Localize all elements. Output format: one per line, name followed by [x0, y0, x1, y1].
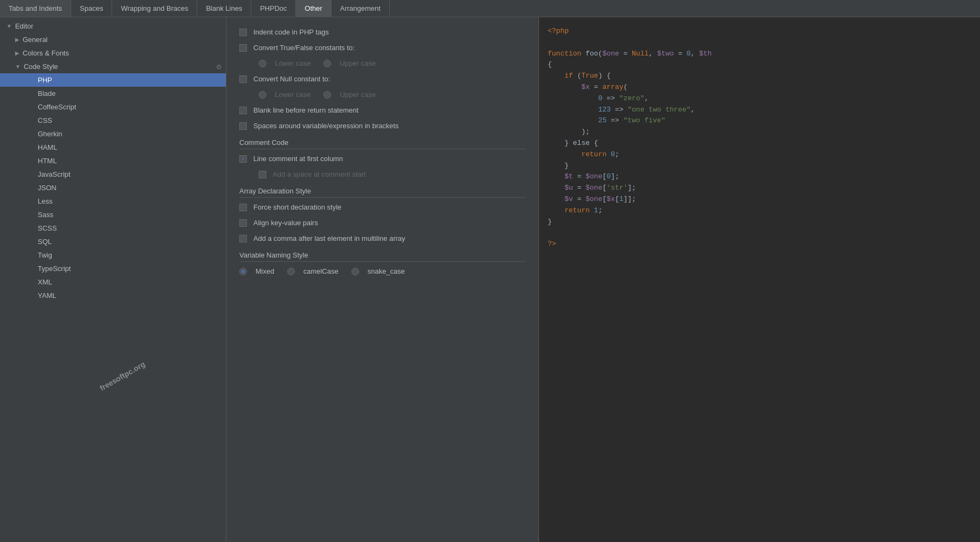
- sidebar-item-css[interactable]: CSS: [0, 114, 226, 127]
- copy-icon[interactable]: ⊙: [216, 63, 222, 71]
- tab-bar: Tabs and IndentsSpacesWrapping and Brace…: [0, 0, 980, 17]
- tab-other[interactable]: Other: [296, 0, 332, 17]
- code-line: $u = $one['str'];: [548, 183, 971, 194]
- true-false-lower-radio[interactable]: [259, 60, 266, 67]
- tab-tabs-and-indents[interactable]: Tabs and Indents: [0, 0, 71, 17]
- tab-phpdoc[interactable]: PHPDoc: [251, 0, 296, 17]
- null-lower-label: Lower case: [275, 91, 310, 99]
- sidebar-item-javascript[interactable]: JavaScript: [0, 168, 226, 181]
- sidebar-editor-header[interactable]: ▼Editor: [0, 19, 226, 33]
- code-line: );: [548, 127, 971, 138]
- naming-mixed-radio[interactable]: [239, 268, 247, 275]
- null-upper-radio[interactable]: [323, 91, 331, 99]
- naming-camel-radio[interactable]: [287, 268, 295, 275]
- spaces-brackets-checkbox[interactable]: [239, 122, 247, 130]
- naming-radio-group: MixedcamelCasesnake_case: [239, 267, 526, 275]
- sidebar-item-label: YAML: [38, 291, 56, 300]
- null-upper-label: Upper case: [340, 91, 375, 99]
- code-line: 25 => "two five": [548, 115, 971, 127]
- setting-row-add-comma-last: Add a comma after last element in multil…: [239, 234, 526, 242]
- force-short-decl-checkbox[interactable]: [239, 204, 247, 211]
- naming-mixed-label: Mixed: [256, 267, 274, 275]
- sidebar-item-json[interactable]: JSON: [0, 181, 226, 194]
- section-array-decl: Array Declaration Style: [239, 187, 526, 198]
- naming-camel-option[interactable]: camelCase: [287, 267, 339, 275]
- sidebar-item-yaml[interactable]: YAML: [0, 289, 226, 302]
- indent-php-tags-label: Indent code in PHP tags: [253, 28, 329, 36]
- naming-camel-label: camelCase: [303, 267, 339, 275]
- content-area: Indent code in PHP tagsConvert True/Fals…: [226, 17, 980, 542]
- sidebar-item-sql[interactable]: SQL: [0, 235, 226, 248]
- sidebar-item-label: Less: [38, 197, 52, 205]
- sidebar-item-scss[interactable]: SCSS: [0, 221, 226, 235]
- align-key-value-checkbox[interactable]: [239, 219, 247, 227]
- true-false-lower-option[interactable]: Lower case: [259, 59, 310, 67]
- setting-row-add-space-comment: Add a space at comment start: [239, 170, 526, 178]
- code-line: $t = $one[0];: [548, 171, 971, 183]
- true-false-lower-label: Lower case: [275, 59, 310, 67]
- sidebar-item-colors-&-fonts[interactable]: ▶Colors & Fonts: [0, 46, 226, 60]
- sidebar-item-twig[interactable]: Twig: [0, 248, 226, 262]
- sidebar-item-label: Code Style: [24, 62, 58, 71]
- null-radio-group: Lower caseUpper case: [239, 91, 526, 99]
- sidebar-arrow-icon: ▶: [15, 37, 19, 43]
- true-false-upper-radio[interactable]: [323, 60, 331, 67]
- sidebar-item-label: JavaScript: [38, 170, 71, 178]
- sidebar-item-code-style[interactable]: ▼Code Style⊙: [0, 60, 226, 73]
- line-comment-first-checkbox[interactable]: ✓: [239, 155, 247, 163]
- add-space-comment-checkbox[interactable]: [259, 171, 266, 178]
- sidebar-item-general[interactable]: ▶General: [0, 33, 226, 46]
- code-line: return 1;: [548, 205, 971, 217]
- code-line: $x = array(: [548, 82, 971, 93]
- sidebar-item-label: SQL: [38, 238, 52, 246]
- naming-mixed-option[interactable]: Mixed: [239, 267, 274, 275]
- sidebar-item-label: PHP: [38, 76, 52, 84]
- add-comma-last-checkbox[interactable]: [239, 235, 247, 242]
- sidebar-item-blade[interactable]: Blade: [0, 87, 226, 100]
- sidebar-arrow-icon: ▶: [15, 50, 19, 56]
- spaces-brackets-label: Spaces around variable/expression in bra…: [253, 122, 399, 130]
- code-line: if (True) {: [548, 71, 971, 82]
- sidebar-item-sass[interactable]: Sass: [0, 208, 226, 221]
- sidebar-item-less[interactable]: Less: [0, 194, 226, 208]
- indent-php-tags-checkbox[interactable]: [239, 29, 247, 36]
- sidebar-item-php[interactable]: PHP: [0, 73, 226, 87]
- null-lower-radio[interactable]: [259, 91, 266, 99]
- null-upper-option[interactable]: Upper case: [323, 91, 375, 99]
- tab-blank-lines[interactable]: Blank Lines: [197, 0, 251, 17]
- convert-true-false-checkbox[interactable]: [239, 44, 247, 52]
- true-false-upper-option[interactable]: Upper case: [323, 59, 375, 67]
- section-var-naming: Variable Naming Style: [239, 251, 526, 262]
- convert-true-false-label: Convert True/False constants to:: [253, 44, 355, 52]
- sidebar-item-label: CSS: [38, 116, 52, 124]
- code-preview: <?php function foo($one = Null, $two = 0…: [539, 17, 980, 542]
- sidebar-item-coffeescript[interactable]: CoffeeScript: [0, 100, 226, 114]
- sidebar-item-haml[interactable]: HAML: [0, 141, 226, 154]
- sidebar-item-label: Gherkin: [38, 130, 63, 138]
- sidebar: ▼Editor▶General▶Colors & Fonts▼Code Styl…: [0, 17, 226, 542]
- tab-arrangement[interactable]: Arrangement: [332, 0, 390, 17]
- naming-snake-radio[interactable]: [351, 268, 359, 275]
- true-false-radio-group: Lower caseUpper case: [239, 59, 526, 67]
- editor-arrow-icon: ▼: [6, 23, 12, 29]
- blank-line-return-checkbox[interactable]: [239, 107, 247, 114]
- convert-null-checkbox[interactable]: [239, 75, 247, 83]
- tab-spaces[interactable]: Spaces: [71, 0, 112, 17]
- force-short-decl-label: Force short declaration style: [253, 203, 341, 211]
- sidebar-item-label: HTML: [38, 157, 57, 165]
- sidebar-item-xml[interactable]: XML: [0, 275, 226, 289]
- editor-label: Editor: [15, 22, 33, 30]
- null-lower-option[interactable]: Lower case: [259, 91, 310, 99]
- naming-snake-option[interactable]: snake_case: [351, 267, 405, 275]
- sidebar-item-label: XML: [38, 278, 52, 286]
- sidebar-item-typescript[interactable]: TypeScript: [0, 262, 226, 275]
- sidebar-item-gherkin[interactable]: Gherkin: [0, 127, 226, 141]
- sidebar-item-label: Sass: [38, 211, 53, 219]
- code-line: }: [548, 217, 971, 228]
- code-line: }: [548, 161, 971, 172]
- tab-wrapping-and-braces[interactable]: Wrapping and Braces: [112, 0, 197, 17]
- sidebar-item-html[interactable]: HTML: [0, 154, 226, 168]
- sidebar-item-label: TypeScript: [38, 265, 71, 273]
- setting-row-convert-true-false: Convert True/False constants to:: [239, 44, 526, 52]
- add-comma-last-label: Add a comma after last element in multil…: [253, 234, 405, 242]
